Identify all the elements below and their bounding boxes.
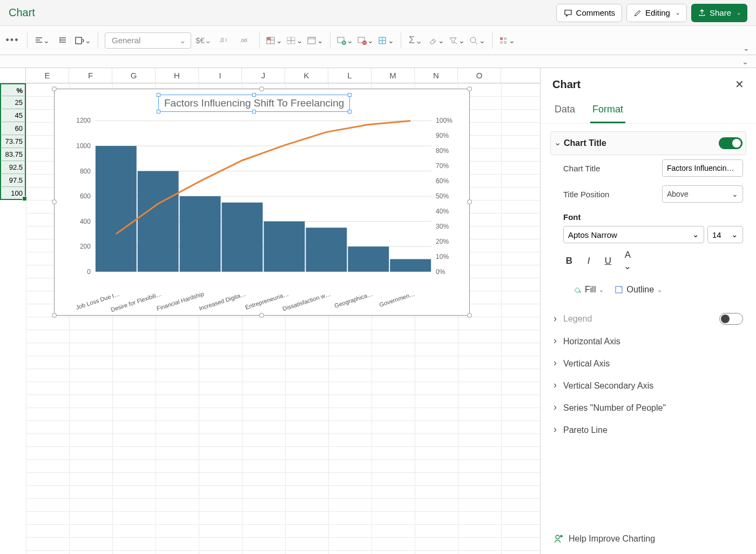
spreadsheet-area[interactable]: E F G H I J K L M N O % 25 45 60 73.75 8… [0,68,540,554]
section-vertical-axis[interactable]: Vertical Axis [550,352,746,375]
decimal-increase-icon: .0 [219,36,229,45]
grid[interactable]: % 25 45 60 73.75 83.75 92.5 97.5 100 [0,83,540,554]
chart-title-toggle[interactable] [719,137,742,149]
align-left-button[interactable]: ⌄ [34,32,50,49]
wrap-text-button[interactable]: ⌄ [75,32,91,49]
italic-button[interactable]: I [583,256,595,266]
sort-filter-button[interactable]: ⌄ [449,32,465,49]
resize-handle[interactable] [259,313,264,318]
svg-text:1200: 1200 [76,117,91,124]
chart-title-input[interactable] [662,159,743,177]
svg-text:60%: 60% [436,177,449,185]
col-header[interactable]: F [69,68,112,83]
cell[interactable]: % [0,83,26,96]
chart-title-selection[interactable]: Factors Influencing Shift To Freelancing [158,95,350,112]
resize-handle[interactable] [52,313,57,318]
section-legend[interactable]: Legend [550,308,746,330]
number-format-dropdown[interactable]: General ⌄ [105,32,191,49]
cell[interactable]: 45 [0,109,26,122]
collapse-ribbon-button[interactable]: ⌄ [743,44,750,52]
chart-title-text[interactable]: Factors Influencing Shift To Freelancing [164,97,344,109]
col-header[interactable]: M [372,68,415,83]
editing-label: Editing [645,8,670,17]
find-button[interactable]: ⌄ [469,32,485,49]
clear-button[interactable]: ⌄ [428,32,444,49]
section-vertical-secondary-axis[interactable]: Vertical Secondary Axis [550,375,746,397]
format-cells-button[interactable]: ⌄ [378,32,394,49]
more-options-button[interactable]: ••• [4,32,21,49]
col-header[interactable]: K [285,68,328,83]
search-icon [469,36,479,45]
autosum-button[interactable]: Σ⌄ [408,32,424,49]
resize-handle[interactable] [467,86,472,91]
svg-rect-43 [96,146,137,272]
tab-format[interactable]: Format [590,99,625,123]
format-table-button[interactable]: ⌄ [287,32,303,49]
col-header[interactable]: I [199,68,242,83]
resize-handle[interactable] [467,313,472,318]
expand-button[interactable]: ⌄ [742,57,748,66]
section-chart-title[interactable]: Chart Title [550,131,746,155]
col-header[interactable]: N [415,68,458,83]
underline-button[interactable]: U [602,256,614,266]
cond-format-button[interactable]: ⌄ [266,32,282,49]
tab-data[interactable]: Data [552,99,577,123]
help-improve-link[interactable]: Help Improve Charting [554,533,655,544]
svg-text:70%: 70% [436,162,449,170]
col-header[interactable]: E [26,68,69,83]
title-position-select[interactable]: Above ⌄ [662,185,743,203]
outline-button[interactable]: Outline⌄ [615,285,662,295]
svg-text:10%: 10% [436,253,449,261]
cell-styles-button[interactable]: ⌄ [307,32,323,49]
chart-object[interactable]: Factors Influencing Shift To Freelancing… [54,89,470,316]
col-header[interactable]: L [328,68,372,83]
cell[interactable]: 25 [0,96,26,109]
delete-button[interactable]: ⌄ [357,32,374,49]
close-icon[interactable]: ✕ [735,78,744,91]
cell[interactable]: 60 [0,122,26,135]
comments-button[interactable]: Comments [556,4,623,22]
svg-rect-45 [180,196,221,272]
resize-handle[interactable] [467,199,472,204]
addins-icon [499,36,509,45]
share-button[interactable]: Share ⌄ [691,4,747,22]
cell[interactable]: 73.75 [0,135,26,148]
indent-icon [58,36,67,45]
col-header[interactable]: J [242,68,285,83]
svg-text:.0: .0 [219,37,224,43]
decimal-decrease-icon: .00 [240,36,249,45]
chart-format-panel: Chart ✕ Data Format Chart Title Chart Ti… [540,68,756,554]
svg-rect-0 [76,37,82,44]
col-header[interactable]: H [156,68,199,83]
currency-button[interactable]: $€⌄ [195,32,212,49]
decrease-decimal-button[interactable]: .00 [237,32,253,49]
section-pareto-line[interactable]: Pareto Line [550,419,746,441]
chevron-right-icon [554,380,563,391]
resize-handle[interactable] [52,86,57,91]
editing-mode-button[interactable]: Editing ⌄ [626,4,687,22]
indent-button[interactable] [55,32,71,49]
resize-handle[interactable] [52,199,57,204]
resize-handle[interactable] [259,86,264,91]
font-size-select[interactable]: 14 ⌄ [707,226,743,243]
outline-icon [615,285,623,294]
section-series[interactable]: Series "Number of People" [550,397,746,419]
cell[interactable]: 83.75 [0,148,26,161]
fill-button[interactable]: Fill⌄ [573,285,604,295]
font-color-button[interactable]: A ⌄ [622,250,633,272]
section-horizontal-axis[interactable]: Horizontal Axis [550,330,746,352]
cell[interactable]: 97.5 [0,174,26,187]
insert-button[interactable]: ⌄ [337,32,353,49]
legend-toggle[interactable] [719,313,743,325]
increase-decimal-button[interactable]: .0 [216,32,232,49]
cell[interactable]: 92.5 [0,161,26,174]
svg-text:1000: 1000 [76,142,91,150]
addins-button[interactable]: ⌄ [499,32,515,49]
chevron-down-icon: ⌄ [732,190,738,198]
cell[interactable]: 100 [0,187,26,200]
col-header[interactable]: O [458,68,501,83]
document-title: Chart [9,6,35,19]
col-header[interactable]: G [112,68,156,83]
font-name-select[interactable]: Aptos Narrow ⌄ [563,226,704,243]
bold-button[interactable]: B [563,256,575,266]
